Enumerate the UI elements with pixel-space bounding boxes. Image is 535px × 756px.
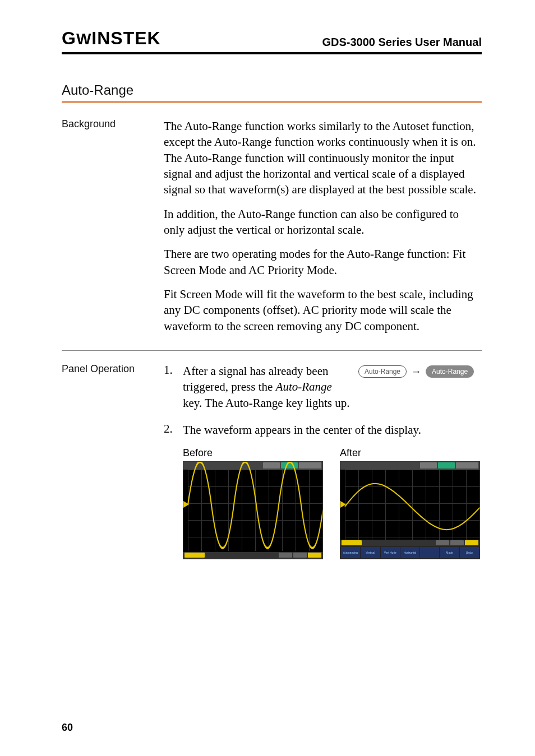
page-number: 60: [62, 722, 73, 734]
step-number: 2.: [164, 422, 177, 438]
background-label: Background: [62, 118, 151, 342]
before-label: Before: [183, 447, 323, 459]
panel-step-2: 2. The waveform appears in the center of…: [62, 422, 482, 559]
key-illustration: Auto-Range → Auto-Range: [358, 363, 482, 411]
after-label: After: [340, 447, 480, 459]
scope-screenshot-before: [183, 461, 323, 559]
body-para: The Auto-Range function works similarly …: [164, 118, 482, 198]
body-para: In addition, the Auto-Range function can…: [164, 206, 482, 238]
body-para: There are two operating modes for the Au…: [164, 246, 482, 278]
body-para: Fit Screen Mode will fit the waveform to…: [164, 286, 482, 334]
step-number: 1.: [164, 363, 177, 411]
panel-label: Panel Operation: [62, 363, 151, 411]
step-text: After a signal has already been triggere…: [183, 363, 353, 411]
background-body: The Auto-Range function works similarly …: [164, 118, 482, 342]
separator: [62, 350, 482, 351]
auto-range-key-off-icon: Auto-Range: [358, 365, 407, 378]
arrow-right-icon: →: [411, 366, 421, 377]
doc-title: GDS-3000 Series User Manual: [322, 36, 482, 49]
before-column: Before: [183, 447, 323, 559]
page-header: GWINSTEK GDS-3000 Series User Manual: [62, 28, 482, 54]
panel-step-1: Panel Operation 1. After a signal has al…: [62, 363, 482, 411]
before-after-container: Before: [183, 447, 482, 559]
section-heading: Auto-Range: [62, 82, 482, 103]
after-column: After: [340, 447, 480, 559]
step-text: The waveform appears in the center of th…: [183, 422, 482, 438]
scope-screenshot-after: Autoranging Vertical Vert Horiz Horizont…: [340, 461, 480, 559]
background-block: Background The Auto-Range function works…: [62, 118, 482, 342]
brand-logo: GWINSTEK: [62, 28, 161, 49]
auto-range-key-on-icon: Auto-Range: [426, 365, 474, 378]
